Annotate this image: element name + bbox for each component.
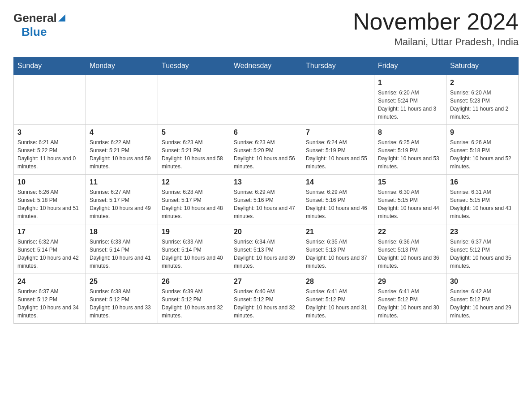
logo-triangle-icon <box>58 14 65 23</box>
day-number: 6 <box>234 128 298 137</box>
calendar-cell: 10Sunrise: 6:26 AMSunset: 5:18 PMDayligh… <box>14 175 86 224</box>
day-info: Sunrise: 6:41 AMSunset: 5:12 PMDaylight:… <box>306 287 370 320</box>
day-info: Sunrise: 6:34 AMSunset: 5:13 PMDaylight:… <box>234 238 298 270</box>
day-info: Sunrise: 6:27 AMSunset: 5:17 PMDaylight:… <box>90 188 154 220</box>
day-number: 16 <box>450 178 515 186</box>
day-info: Sunrise: 6:29 AMSunset: 5:16 PMDaylight:… <box>234 188 298 220</box>
calendar-cell: 28Sunrise: 6:41 AMSunset: 5:12 PMDayligh… <box>302 274 374 324</box>
weekday-header-thursday: Thursday <box>302 57 374 75</box>
day-number: 23 <box>450 228 515 236</box>
day-info: Sunrise: 6:38 AMSunset: 5:12 PMDaylight:… <box>90 287 154 320</box>
day-info: Sunrise: 6:33 AMSunset: 5:14 PMDaylight:… <box>162 238 226 270</box>
weekday-header-wednesday: Wednesday <box>230 57 302 75</box>
day-info: Sunrise: 6:33 AMSunset: 5:14 PMDaylight:… <box>90 238 154 270</box>
calendar-cell: 19Sunrise: 6:33 AMSunset: 5:14 PMDayligh… <box>158 224 230 274</box>
day-number: 5 <box>162 128 226 137</box>
day-number: 26 <box>162 278 226 286</box>
day-info: Sunrise: 6:22 AMSunset: 5:21 PMDaylight:… <box>90 138 154 171</box>
calendar-cell: 1Sunrise: 6:20 AMSunset: 5:24 PMDaylight… <box>374 75 446 125</box>
calendar-cell: 7Sunrise: 6:24 AMSunset: 5:19 PMDaylight… <box>302 125 374 175</box>
calendar-cell: 30Sunrise: 6:42 AMSunset: 5:12 PMDayligh… <box>446 274 519 324</box>
weekday-header-sunday: Sunday <box>14 57 86 75</box>
calendar-cell: 20Sunrise: 6:34 AMSunset: 5:13 PMDayligh… <box>230 224 302 274</box>
calendar-cell <box>302 75 374 125</box>
logo: General Blue <box>13 9 65 39</box>
day-number: 30 <box>450 278 515 286</box>
calendar-cell: 12Sunrise: 6:28 AMSunset: 5:17 PMDayligh… <box>158 175 230 224</box>
title-block: November 2024 Mailani, Uttar Pradesh, In… <box>353 9 519 48</box>
calendar-cell: 5Sunrise: 6:23 AMSunset: 5:21 PMDaylight… <box>158 125 230 175</box>
weekday-header-monday: Monday <box>86 57 158 75</box>
logo-blue-text: Blue <box>21 25 47 39</box>
day-info: Sunrise: 6:30 AMSunset: 5:15 PMDaylight:… <box>378 188 442 220</box>
day-info: Sunrise: 6:32 AMSunset: 5:14 PMDaylight:… <box>17 238 82 270</box>
calendar-cell: 21Sunrise: 6:35 AMSunset: 5:13 PMDayligh… <box>302 224 374 274</box>
calendar-cell: 22Sunrise: 6:36 AMSunset: 5:13 PMDayligh… <box>374 224 446 274</box>
calendar-cell: 27Sunrise: 6:40 AMSunset: 5:12 PMDayligh… <box>230 274 302 324</box>
day-info: Sunrise: 6:25 AMSunset: 5:19 PMDaylight:… <box>378 138 442 171</box>
day-number: 9 <box>450 128 515 137</box>
day-info: Sunrise: 6:39 AMSunset: 5:12 PMDaylight:… <box>162 287 226 320</box>
day-info: Sunrise: 6:37 AMSunset: 5:12 PMDaylight:… <box>17 287 82 320</box>
calendar-cell: 25Sunrise: 6:38 AMSunset: 5:12 PMDayligh… <box>86 274 158 324</box>
day-number: 15 <box>378 178 442 186</box>
day-info: Sunrise: 6:41 AMSunset: 5:12 PMDaylight:… <box>378 287 442 320</box>
calendar-cell: 4Sunrise: 6:22 AMSunset: 5:21 PMDaylight… <box>86 125 158 175</box>
day-number: 27 <box>234 278 298 286</box>
calendar-cell: 26Sunrise: 6:39 AMSunset: 5:12 PMDayligh… <box>158 274 230 324</box>
calendar-cell: 13Sunrise: 6:29 AMSunset: 5:16 PMDayligh… <box>230 175 302 224</box>
svg-marker-0 <box>58 14 65 21</box>
calendar-week-1: 1Sunrise: 6:20 AMSunset: 5:24 PMDaylight… <box>14 75 519 125</box>
calendar-cell: 16Sunrise: 6:31 AMSunset: 5:15 PMDayligh… <box>446 175 519 224</box>
calendar-week-3: 10Sunrise: 6:26 AMSunset: 5:18 PMDayligh… <box>14 175 519 224</box>
day-number: 22 <box>378 228 442 236</box>
calendar-cell: 14Sunrise: 6:29 AMSunset: 5:16 PMDayligh… <box>302 175 374 224</box>
calendar-week-5: 24Sunrise: 6:37 AMSunset: 5:12 PMDayligh… <box>14 274 519 324</box>
day-number: 19 <box>162 228 226 236</box>
calendar-cell <box>158 75 230 125</box>
day-number: 10 <box>17 178 82 186</box>
calendar-week-4: 17Sunrise: 6:32 AMSunset: 5:14 PMDayligh… <box>14 224 519 274</box>
day-info: Sunrise: 6:37 AMSunset: 5:12 PMDaylight:… <box>450 238 515 270</box>
day-info: Sunrise: 6:21 AMSunset: 5:22 PMDaylight:… <box>17 138 82 171</box>
calendar-cell: 8Sunrise: 6:25 AMSunset: 5:19 PMDaylight… <box>374 125 446 175</box>
day-number: 29 <box>378 278 442 286</box>
day-number: 17 <box>17 228 82 236</box>
day-number: 13 <box>234 178 298 186</box>
logo-general-text: General <box>13 11 57 25</box>
calendar-title: November 2024 <box>353 9 519 34</box>
calendar-cell <box>86 75 158 125</box>
calendar-cell <box>14 75 86 125</box>
calendar-cell: 15Sunrise: 6:30 AMSunset: 5:15 PMDayligh… <box>374 175 446 224</box>
day-number: 2 <box>450 79 515 87</box>
day-info: Sunrise: 6:40 AMSunset: 5:12 PMDaylight:… <box>234 287 298 320</box>
weekday-header-saturday: Saturday <box>446 57 519 75</box>
day-info: Sunrise: 6:26 AMSunset: 5:18 PMDaylight:… <box>450 138 515 171</box>
day-info: Sunrise: 6:23 AMSunset: 5:20 PMDaylight:… <box>234 138 298 171</box>
weekday-header-friday: Friday <box>374 57 446 75</box>
day-number: 7 <box>306 128 370 137</box>
day-info: Sunrise: 6:29 AMSunset: 5:16 PMDaylight:… <box>306 188 370 220</box>
day-info: Sunrise: 6:28 AMSunset: 5:17 PMDaylight:… <box>162 188 226 220</box>
day-info: Sunrise: 6:36 AMSunset: 5:13 PMDaylight:… <box>378 238 442 270</box>
calendar-cell: 18Sunrise: 6:33 AMSunset: 5:14 PMDayligh… <box>86 224 158 274</box>
day-number: 4 <box>90 128 154 137</box>
day-info: Sunrise: 6:23 AMSunset: 5:21 PMDaylight:… <box>162 138 226 171</box>
calendar-table: SundayMondayTuesdayWednesdayThursdayFrid… <box>13 57 519 324</box>
day-info: Sunrise: 6:35 AMSunset: 5:13 PMDaylight:… <box>306 238 370 270</box>
day-info: Sunrise: 6:20 AMSunset: 5:24 PMDaylight:… <box>378 89 442 121</box>
calendar-cell: 23Sunrise: 6:37 AMSunset: 5:12 PMDayligh… <box>446 224 519 274</box>
calendar-cell: 6Sunrise: 6:23 AMSunset: 5:20 PMDaylight… <box>230 125 302 175</box>
weekday-header-tuesday: Tuesday <box>158 57 230 75</box>
day-info: Sunrise: 6:42 AMSunset: 5:12 PMDaylight:… <box>450 287 515 320</box>
calendar-week-2: 3Sunrise: 6:21 AMSunset: 5:22 PMDaylight… <box>14 125 519 175</box>
day-number: 14 <box>306 178 370 186</box>
day-number: 28 <box>306 278 370 286</box>
calendar-cell: 17Sunrise: 6:32 AMSunset: 5:14 PMDayligh… <box>14 224 86 274</box>
day-number: 25 <box>90 278 154 286</box>
day-number: 24 <box>17 278 82 286</box>
day-number: 21 <box>306 228 370 236</box>
page-header: General Blue November 2024 Mailani, Utta… <box>13 9 519 48</box>
calendar-cell: 29Sunrise: 6:41 AMSunset: 5:12 PMDayligh… <box>374 274 446 324</box>
calendar-cell <box>230 75 302 125</box>
